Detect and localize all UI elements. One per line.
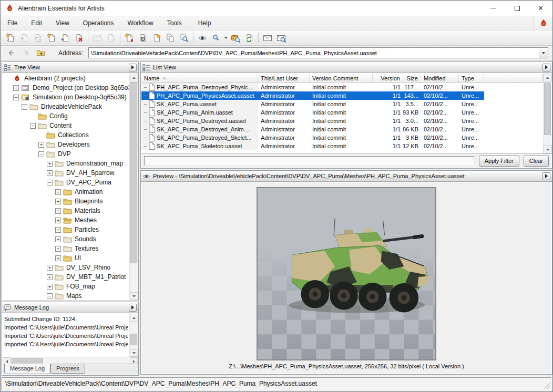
column-header-name[interactable]: Name: [141, 74, 258, 82]
mail-search-button[interactable]: [274, 32, 288, 44]
tree-item-demo_project[interactable]: +Demo_Project (on Desktop-3q65o39): [3, 83, 129, 92]
table-row[interactable]: PH_APC_Puma_PhysicsAsset.uassetAdministr…: [141, 91, 543, 100]
expand-icon[interactable]: +: [38, 142, 44, 148]
maximize-button[interactable]: [505, 1, 529, 16]
check-out-button[interactable]: [45, 32, 58, 44]
find-files-button[interactable]: [177, 32, 191, 44]
column-header-modified[interactable]: Modified: [421, 74, 459, 82]
tree-item-animation[interactable]: +Animation: [3, 187, 129, 197]
filter-input[interactable]: [144, 156, 475, 166]
tree-item-particles[interactable]: +Particles: [3, 225, 129, 234]
table-row[interactable]: SK_APC_Puma_Destroyed.uassetAdministrato…: [141, 117, 543, 125]
table-row[interactable]: SK_APC_Puma_Destroyed_Anim....Administra…: [141, 125, 543, 133]
clear-filter-button[interactable]: Clear: [524, 156, 549, 167]
table-row[interactable]: SK_APC_Puma_Skeleton.uassetAdministrator…: [141, 142, 543, 150]
expand-icon[interactable]: +: [47, 170, 53, 176]
tree-item-fob_map[interactable]: +FOB_map: [3, 282, 129, 291]
resize-grip[interactable]: [543, 381, 550, 389]
synchronize-button[interactable]: [136, 32, 150, 44]
tree-view-menu-button[interactable]: [129, 64, 137, 71]
table-row[interactable]: SK_APC_Puma_Destroyed_Skelet...Administr…: [141, 133, 543, 142]
list-vertical-scrollbar[interactable]: [543, 74, 551, 153]
menu-file[interactable]: File: [1, 16, 24, 30]
tree-item-sounds[interactable]: +Sounds: [3, 234, 129, 244]
properties-button[interactable]: [150, 32, 163, 44]
expand-icon[interactable]: +: [55, 218, 61, 223]
expand-icon[interactable]: +: [55, 255, 61, 261]
tree-item-ui[interactable]: +UI: [3, 253, 129, 263]
search-button[interactable]: [209, 32, 223, 44]
tree-item-maps[interactable]: −Maps: [3, 291, 129, 300]
tab-message-log[interactable]: Message Log: [4, 364, 50, 374]
tree-item-demonstration_map[interactable]: +Demonstration_map: [3, 159, 129, 168]
tree-item-alienbrain[interactable]: Alienbrain (2 projects): [3, 74, 129, 83]
log-vertical-scrollbar[interactable]: [129, 314, 138, 357]
expand-icon[interactable]: +: [55, 199, 61, 204]
menu-view[interactable]: View: [49, 16, 76, 30]
expand-icon[interactable]: +: [47, 274, 53, 280]
tree-item-dvp[interactable]: −DVP: [3, 149, 129, 159]
list-view-menu-button[interactable]: [542, 64, 550, 71]
tree-item-driveablevehiclepack[interactable]: −DriveableVehiclePack: [3, 102, 129, 111]
get-latest-version-button[interactable]: [58, 32, 72, 44]
column-header-version[interactable]: Version: [373, 74, 403, 82]
collapse-icon[interactable]: −: [30, 123, 36, 129]
send-mail-button[interactable]: [261, 32, 274, 44]
collapse-icon[interactable]: −: [22, 104, 27, 110]
expand-icon[interactable]: +: [55, 208, 61, 214]
column-header-size[interactable]: Size: [403, 74, 421, 82]
address-dropdown-button[interactable]: [539, 48, 548, 58]
minimize-button[interactable]: [482, 1, 505, 16]
tree-item-dv_lsv_rhino[interactable]: +DV_LSV_Rhino: [3, 263, 129, 272]
preview-toggle-button[interactable]: [196, 32, 209, 44]
preview-menu-button[interactable]: [542, 172, 550, 180]
tree-item-developers[interactable]: +Developers: [3, 140, 129, 149]
tree-item-blueprints[interactable]: +Blueprints: [3, 197, 129, 206]
tree-item-dv_mbt_m1_patriot[interactable]: +DV_MBT_M1_Patriot: [3, 272, 129, 282]
expand-icon[interactable]: +: [47, 284, 53, 290]
tree-item-textures[interactable]: +Textures: [3, 244, 129, 253]
tree-item-content[interactable]: −Content: [3, 121, 129, 130]
close-button[interactable]: ✕: [529, 1, 552, 16]
collapse-icon[interactable]: −: [47, 293, 53, 299]
expand-icon[interactable]: +: [47, 265, 53, 271]
tree-item-simulation[interactable]: −Simulation (on Desktop-3q65o39): [3, 92, 129, 102]
tree-item-config[interactable]: Config: [3, 111, 129, 121]
tab-progress[interactable]: Progress: [50, 364, 85, 374]
menu-workflow[interactable]: Workflow: [121, 16, 160, 30]
expand-icon[interactable]: +: [13, 85, 19, 91]
submit-pending-changes-button[interactable]: [122, 32, 136, 44]
table-row[interactable]: PH_APC_Puma_Destroyed_Physic...Administr…: [141, 83, 543, 91]
tree-item-dv_ah_sparrow[interactable]: +DV_AH_Sparrow: [3, 168, 129, 178]
import-asset-button[interactable]: [4, 32, 17, 44]
search-dropdown-button[interactable]: [223, 32, 229, 44]
table-row[interactable]: SK_APC_Puma_Anim.uassetAdministratorInit…: [141, 108, 543, 117]
refresh-button[interactable]: [242, 32, 256, 44]
column-header-user[interactable]: This/Last User: [258, 74, 310, 82]
tree-item-dv_apc_puma[interactable]: −DV_APC_Puma: [3, 178, 129, 187]
back-button[interactable]: [5, 47, 17, 59]
tree-vertical-scrollbar[interactable]: [129, 74, 138, 300]
address-input[interactable]: [89, 48, 539, 57]
column-header-type[interactable]: Type: [459, 74, 484, 82]
menu-operations[interactable]: Operations: [76, 16, 121, 30]
copy-button[interactable]: [163, 32, 177, 44]
table-row[interactable]: SK_APC_Puma.uassetAdministratorInitial c…: [141, 100, 543, 108]
forward-button[interactable]: [19, 47, 32, 59]
expand-icon[interactable]: +: [55, 236, 61, 242]
up-folder-button[interactable]: [34, 47, 47, 59]
message-log-menu-button[interactable]: [129, 304, 137, 312]
expand-icon[interactable]: +: [47, 161, 53, 167]
collapse-icon[interactable]: −: [13, 95, 19, 100]
tree-item-collections[interactable]: Collections: [3, 130, 129, 140]
expand-icon[interactable]: +: [55, 246, 61, 252]
column-header-comment[interactable]: Version Comment: [310, 74, 373, 82]
menu-help[interactable]: Help: [191, 16, 218, 30]
tree-item-materials[interactable]: +Materials: [3, 206, 129, 215]
menu-edit[interactable]: Edit: [24, 16, 49, 30]
tree-item-meshes[interactable]: +Meshes: [3, 215, 129, 225]
find-image-button[interactable]: [229, 32, 242, 44]
expand-icon[interactable]: +: [55, 189, 61, 195]
collapse-icon[interactable]: −: [47, 180, 53, 185]
delete-button[interactable]: [72, 32, 86, 44]
